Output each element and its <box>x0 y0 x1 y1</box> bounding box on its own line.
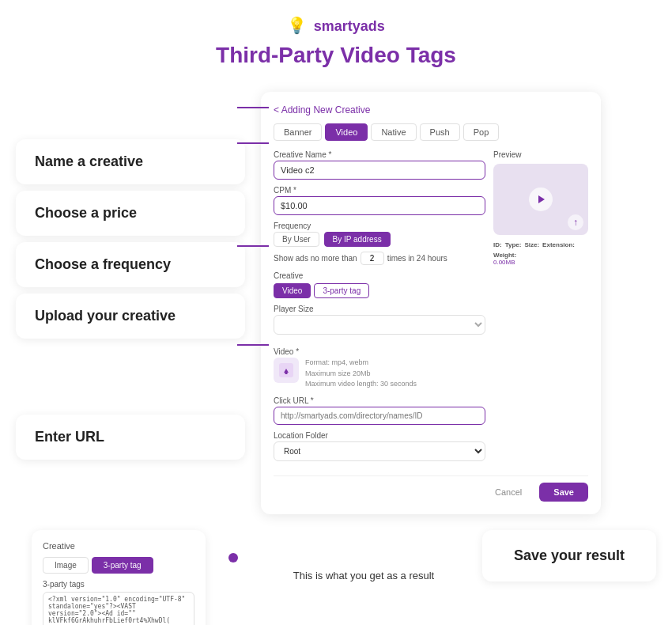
creative-form: < Adding New Creative Banner Video Nativ… <box>261 92 601 514</box>
connector-dot-svg <box>221 546 245 570</box>
creative-card-tab-image[interactable]: Image <box>43 557 89 574</box>
click-url-input[interactable] <box>274 407 485 425</box>
svg-marker-7 <box>538 195 545 203</box>
video-format-text: Format: mp4, webm Maximum size 20Mb Maxi… <box>305 358 417 390</box>
creative-name-group: Creative Name * <box>274 150 485 180</box>
video-upload-group: Video * Format: <box>274 347 485 390</box>
creative-card-title: Creative <box>43 541 194 551</box>
play-icon <box>536 195 546 204</box>
form-fields: Creative Name * CPM * <box>274 150 485 468</box>
svg-rect-6 <box>285 373 288 374</box>
meta-extension: Extension: <box>542 241 575 248</box>
freq-times-row: Show ads no more than times in 24 hours <box>274 252 485 265</box>
creative-type-group: Creative Video 3-party tag <box>274 271 485 298</box>
tab-native[interactable]: Native <box>371 123 416 141</box>
result-area: This is what you get as a result <box>261 530 466 581</box>
creative-card-tab-3party[interactable]: 3-party tag <box>92 557 153 574</box>
cpm-label: CPM * <box>274 186 485 195</box>
video-label: Video * <box>274 347 485 356</box>
creative-type-row: Video 3-party tag <box>274 283 485 298</box>
frequency-group: Frequency By User By IP address Show ads… <box>274 222 485 265</box>
creative-video-btn[interactable]: Video <box>274 283 311 298</box>
video-upload-area: Format: mp4, webm Maximum size 20Mb Maxi… <box>274 358 485 390</box>
form-back-link[interactable]: < Adding New Creative <box>274 104 588 116</box>
tab-banner[interactable]: Banner <box>274 123 322 141</box>
freq-by-user[interactable]: By User <box>274 232 319 247</box>
preview-label: Preview <box>493 150 588 159</box>
upload-icon <box>279 363 293 377</box>
click-url-group: Click URL * <box>274 396 485 425</box>
result-text: This is what you get as a result <box>261 570 466 581</box>
steps-panel: Name a creative Choose a price Choose a … <box>16 92 245 514</box>
arrow-connector <box>221 530 245 570</box>
freq-by-ip[interactable]: By IP address <box>324 232 391 247</box>
creative-card: Creative Image 3-party tag 3-party tags … <box>32 530 206 626</box>
main-layout: Name a creative Choose a price Choose a … <box>16 92 656 514</box>
page-container: 💡 smartyads Third-Party Video Tags Name … <box>0 0 672 625</box>
meta-size: Size: <box>524 241 539 248</box>
player-size-group: Player Size <box>274 305 485 341</box>
page-title: Third-Party Video Tags <box>16 43 656 68</box>
step-price: Choose a price <box>16 191 245 236</box>
step-name: Name a creative <box>16 139 245 184</box>
preview-panel: Preview ↑ ID: <box>493 150 588 468</box>
tab-video[interactable]: Video <box>325 123 368 141</box>
location-folder-label: Location Folder <box>274 431 485 440</box>
frequency-row: By User By IP address <box>274 232 485 247</box>
form-tabs: Banner Video Native Push Pop <box>274 123 588 141</box>
step-frequency: Choose a frequency <box>16 242 245 287</box>
tab-push[interactable]: Push <box>420 123 460 141</box>
creative-type-label: Creative <box>274 271 485 280</box>
cancel-button[interactable]: Cancel <box>484 483 533 502</box>
bottom-area: Creative Image 3-party tag 3-party tags … <box>16 530 656 626</box>
show-ads-prefix: Show ads no more than <box>274 254 357 263</box>
location-folder-select[interactable]: Root <box>274 441 485 461</box>
form-actions: Cancel Save <box>274 475 588 502</box>
frequency-label: Frequency <box>274 222 485 230</box>
tab-pop[interactable]: Pop <box>463 123 500 141</box>
creative-card-tabs: Image 3-party tag <box>43 557 194 574</box>
player-size-label: Player Size <box>274 305 485 313</box>
location-folder-group: Location Folder Root <box>274 431 485 461</box>
save-result-card: Save your result <box>482 530 656 581</box>
player-size-select[interactable] <box>274 315 485 335</box>
logo-text: smartyads <box>314 18 385 34</box>
meta-weight: Weight: 0.00MB <box>493 252 516 266</box>
form-panel: < Adding New Creative Banner Video Nativ… <box>245 92 656 514</box>
meta-id: ID: <box>493 241 502 248</box>
svg-point-8 <box>228 553 238 562</box>
preview-play-button[interactable] <box>529 188 553 211</box>
preview-box: ↑ <box>493 164 588 235</box>
tags-label: 3-party tags <box>43 580 194 589</box>
logo-area: 💡 smartyads <box>16 16 656 35</box>
cpm-group: CPM * <box>274 186 485 215</box>
tags-textarea[interactable]: <?xml version="1.0" encoding="UTF-8" sta… <box>43 592 194 626</box>
show-ads-suffix: times in 24 hours <box>387 254 447 263</box>
click-url-label: Click URL * <box>274 396 485 405</box>
creative-name-label: Creative Name * <box>274 150 485 159</box>
creative-3party-btn[interactable]: 3-party tag <box>314 283 369 298</box>
step-upload: Upload your creative <box>16 294 245 339</box>
meta-type: Type: <box>505 241 522 248</box>
logo-icon: 💡 <box>287 16 307 35</box>
save-button[interactable]: Save <box>539 483 588 502</box>
step-enter-url: Enter URL <box>16 415 245 460</box>
creative-name-input[interactable] <box>274 161 485 180</box>
cpm-input[interactable] <box>274 196 485 215</box>
video-upload-icon[interactable] <box>274 358 299 383</box>
freq-times-input[interactable] <box>361 252 384 265</box>
preview-meta: ID: Type: Size: Extension: <box>493 241 588 266</box>
preview-upload-arrow[interactable]: ↑ <box>568 214 583 230</box>
form-body: Creative Name * CPM * <box>274 150 588 468</box>
